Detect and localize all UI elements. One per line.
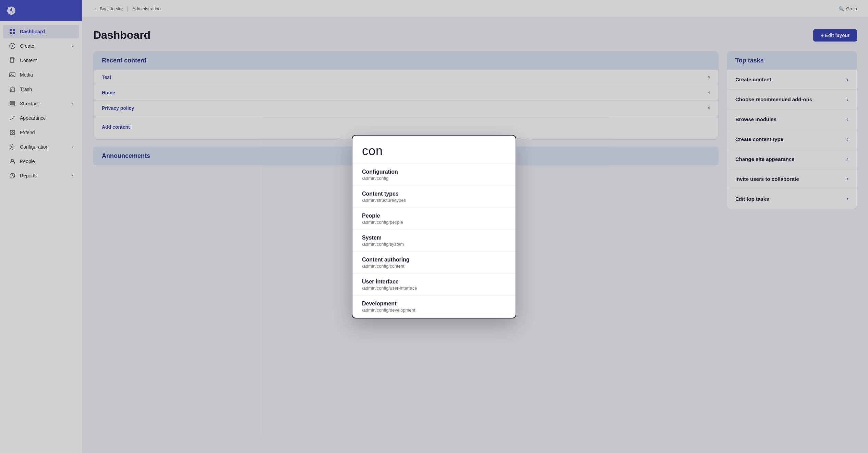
search-result-title: Development xyxy=(362,301,506,307)
search-overlay[interactable]: con Configuration /admin/config Content … xyxy=(0,0,868,453)
search-result-configuration[interactable]: Configuration /admin/config xyxy=(352,164,516,186)
search-query-display[interactable]: con xyxy=(362,144,506,158)
search-result-path: /admin/config/system xyxy=(362,242,506,247)
search-result-system[interactable]: System /admin/config/system xyxy=(352,230,516,252)
search-modal: con Configuration /admin/config Content … xyxy=(352,135,516,318)
search-result-title: People xyxy=(362,213,506,219)
search-input-area: con xyxy=(352,136,516,164)
search-result-title: System xyxy=(362,235,506,241)
search-result-title: User interface xyxy=(362,279,506,285)
search-result-development[interactable]: Development /admin/config/development xyxy=(352,296,516,318)
search-result-path: /admin/config/user-interface xyxy=(362,286,506,291)
search-result-path: /admin/config/development xyxy=(362,307,506,313)
search-result-content-types[interactable]: Content types /admin/structure/types xyxy=(352,186,516,208)
search-result-title: Configuration xyxy=(362,169,506,175)
search-result-path: /admin/structure/types xyxy=(362,198,506,203)
search-result-people[interactable]: People /admin/config/people xyxy=(352,208,516,230)
search-result-title: Content authoring xyxy=(362,257,506,263)
search-result-path: /admin/config/content xyxy=(362,264,506,269)
search-result-path: /admin/config/people xyxy=(362,220,506,225)
search-result-content-authoring[interactable]: Content authoring /admin/config/content xyxy=(352,252,516,274)
search-results-list: Configuration /admin/config Content type… xyxy=(352,164,516,318)
search-result-path: /admin/config xyxy=(362,176,506,181)
search-result-title: Content types xyxy=(362,191,506,197)
search-result-user-interface[interactable]: User interface /admin/config/user-interf… xyxy=(352,274,516,296)
